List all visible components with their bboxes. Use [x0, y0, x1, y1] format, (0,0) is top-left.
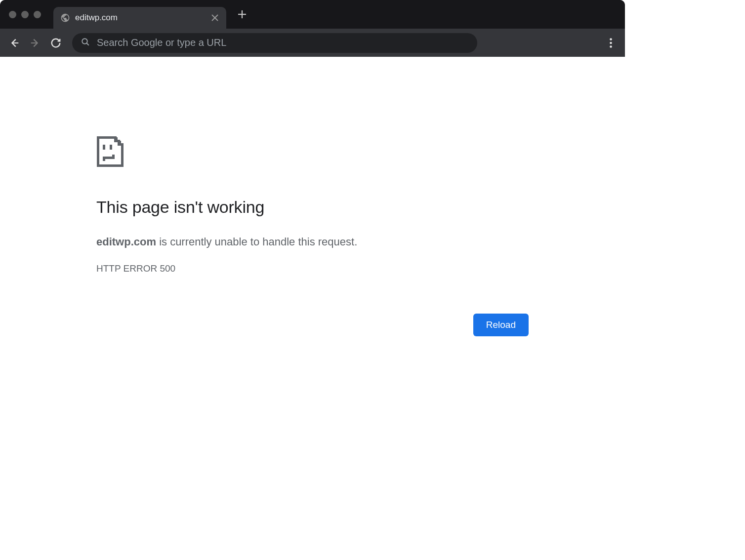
error-domain: editwp.com: [96, 236, 156, 248]
error-code: HTTP ERROR 500: [96, 263, 531, 274]
search-icon: [81, 38, 90, 48]
svg-point-8: [610, 38, 612, 40]
error-message-suffix: is currently unable to handle this reque…: [156, 236, 357, 248]
svg-rect-17: [112, 155, 115, 159]
svg-rect-13: [103, 145, 105, 150]
svg-rect-12: [119, 141, 121, 144]
svg-point-6: [82, 39, 87, 44]
browser-chrome: editwp.com: [0, 0, 625, 57]
sad-page-icon: [96, 136, 531, 169]
svg-rect-11: [115, 137, 118, 141]
new-tab-button[interactable]: [233, 5, 251, 23]
tab-close-button[interactable]: [210, 13, 219, 22]
browser-toolbar: [0, 29, 625, 57]
address-bar[interactable]: [72, 33, 477, 53]
tab-strip: editwp.com: [0, 0, 625, 29]
error-title: This page isn't working: [96, 198, 531, 217]
forward-button[interactable]: [26, 34, 44, 52]
svg-rect-14: [110, 145, 112, 150]
error-message: editwp.com is currently unable to handle…: [96, 236, 531, 248]
svg-line-7: [86, 43, 89, 45]
reload-nav-button[interactable]: [46, 34, 65, 52]
globe-icon: [60, 13, 70, 23]
browser-tab[interactable]: editwp.com: [53, 7, 226, 29]
svg-rect-16: [103, 157, 105, 161]
window-maximize-button[interactable]: [34, 11, 41, 18]
back-button[interactable]: [5, 34, 24, 52]
window-minimize-button[interactable]: [21, 11, 29, 18]
browser-menu-button[interactable]: [601, 34, 620, 52]
address-input[interactable]: [97, 37, 468, 48]
reload-button[interactable]: Reload: [473, 314, 529, 336]
svg-point-9: [610, 41, 612, 44]
window-close-button[interactable]: [9, 11, 16, 18]
page-content: This page isn't working editwp.com is cu…: [0, 57, 625, 469]
svg-point-10: [610, 45, 612, 48]
error-container: This page isn't working editwp.com is cu…: [96, 136, 531, 274]
tab-title: editwp.com: [75, 13, 206, 23]
window-controls: [4, 11, 46, 18]
